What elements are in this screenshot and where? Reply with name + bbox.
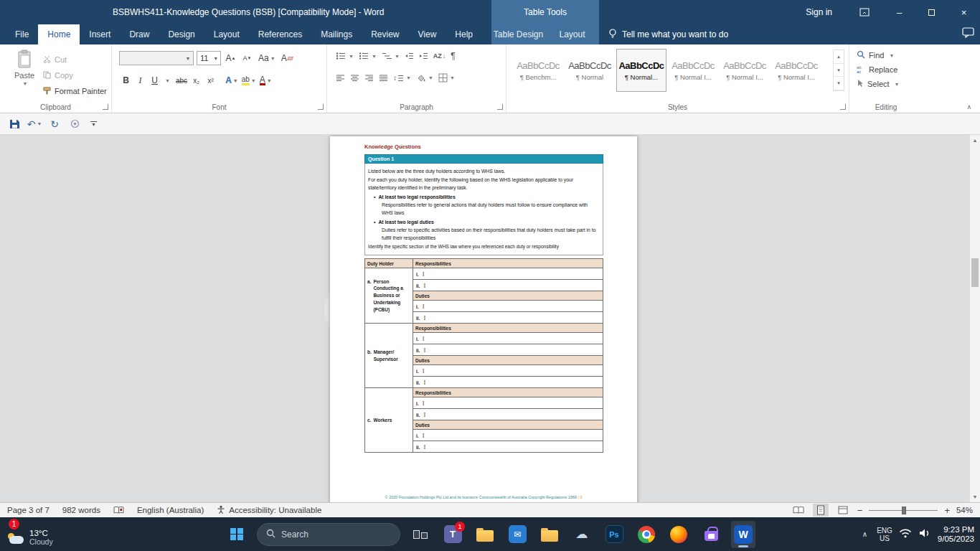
subscript-button[interactable]: x₂ xyxy=(189,73,203,88)
language-indicator[interactable]: English (Australia) xyxy=(137,506,204,514)
style-card-normal-indent-1[interactable]: AaBbCcDc ¶ Normal I... xyxy=(668,49,718,92)
align-left-icon[interactable] xyxy=(336,74,345,83)
style-card-normal-indent-3[interactable]: AaBbCcDc ¶ Normal I... xyxy=(771,49,821,92)
firefox-icon[interactable] xyxy=(666,521,691,548)
clipboard-dialog-launcher-icon[interactable] xyxy=(103,104,108,110)
style-card-normal[interactable]: AaBbCcDc ¶ Normal xyxy=(565,49,615,92)
start-button[interactable] xyxy=(225,521,249,548)
collapse-ribbon-icon[interactable]: ∧ xyxy=(966,103,971,110)
shading-icon[interactable]: ▼ xyxy=(416,74,433,83)
wifi-icon[interactable] xyxy=(899,528,912,540)
underline-dropdown-icon[interactable]: ▼ xyxy=(160,73,174,88)
style-card-benchmark[interactable]: AaBbCcDc ¶ Benchm... xyxy=(513,49,563,92)
ribbon-display-options-icon[interactable] xyxy=(858,6,871,18)
decrease-indent-icon[interactable] xyxy=(405,52,414,60)
zoom-in-button[interactable]: + xyxy=(944,505,950,516)
cut-button[interactable]: Cut xyxy=(43,52,107,67)
word-count[interactable]: 982 words xyxy=(62,506,100,514)
select-button[interactable]: Select▼ xyxy=(857,79,900,89)
styles-scroll-down-icon[interactable]: ▼ xyxy=(834,64,844,77)
align-right-icon[interactable] xyxy=(364,74,374,83)
bold-button[interactable]: B xyxy=(119,73,133,88)
zoom-slider-thumb[interactable] xyxy=(902,507,906,514)
grow-font-button[interactable]: A▲ xyxy=(224,51,237,65)
answer-field[interactable]: ii.I xyxy=(413,280,603,291)
font-dialog-launcher-icon[interactable] xyxy=(318,104,324,110)
line-spacing-icon[interactable]: ↕▼ xyxy=(393,74,411,83)
answer-field[interactable]: ii.I xyxy=(413,441,603,453)
tab-help[interactable]: Help xyxy=(446,24,482,44)
comments-icon[interactable] xyxy=(962,27,974,40)
web-layout-button[interactable] xyxy=(835,504,851,517)
show-hide-pilcrow-icon[interactable]: ¶ xyxy=(451,51,455,61)
text-highlight-button[interactable]: ab▼ xyxy=(240,73,258,88)
proofing-icon[interactable] xyxy=(113,506,124,514)
align-center-icon[interactable] xyxy=(350,74,359,83)
styles-gallery-scroll[interactable]: ▲ ▼ ▼ xyxy=(833,50,844,91)
tab-draw[interactable]: Draw xyxy=(120,24,159,44)
strikethrough-button[interactable]: abc xyxy=(174,73,189,88)
page-indicator[interactable]: Page 3 of 7 xyxy=(7,506,50,514)
chrome-icon[interactable] xyxy=(634,521,659,548)
style-card-normal-selected[interactable]: AaBbCcDc ¶ Normal... xyxy=(616,49,666,92)
find-button[interactable]: Find▼ xyxy=(857,50,900,60)
paste-dropdown-icon[interactable]: ▼ xyxy=(23,81,28,86)
format-painter-button[interactable]: Format Painter xyxy=(43,83,107,99)
zoom-level[interactable]: 54% xyxy=(956,506,973,514)
answer-field[interactable]: ii.I xyxy=(413,344,603,356)
paragraph-dialog-launcher-icon[interactable] xyxy=(497,104,503,110)
minimize-button[interactable]: – xyxy=(883,0,915,24)
save-button[interactable] xyxy=(6,116,23,133)
tab-table-design[interactable]: Table Design xyxy=(491,24,545,44)
answer-field[interactable]: i.I xyxy=(413,268,603,280)
bullets-icon[interactable]: ▼ xyxy=(336,52,354,60)
scroll-up-icon[interactable]: ▲ xyxy=(970,138,980,143)
shrink-font-button[interactable]: A▼ xyxy=(240,51,254,65)
tab-design[interactable]: Design xyxy=(159,24,204,44)
styles-scroll-up-icon[interactable]: ▲ xyxy=(834,50,844,64)
document-canvas[interactable]: Knowledge Questions Question 1 Listed be… xyxy=(0,135,980,502)
document-page[interactable]: Knowledge Questions Question 1 Listed be… xyxy=(330,136,637,502)
answer-field[interactable]: ii.I xyxy=(413,409,603,420)
answer-field[interactable]: i.I xyxy=(413,397,603,409)
tab-home[interactable]: Home xyxy=(38,24,80,44)
copy-button[interactable]: Copy xyxy=(43,67,107,83)
multilevel-list-icon[interactable]: ▼ xyxy=(382,52,400,60)
tab-review[interactable]: Review xyxy=(362,24,408,44)
change-case-button[interactable]: Aa▼ xyxy=(257,51,277,65)
replace-button[interactable]: abac Replace xyxy=(857,65,900,75)
scroll-down-icon[interactable]: ▼ xyxy=(970,494,980,499)
zoom-out-button[interactable]: − xyxy=(857,505,863,516)
answer-field[interactable]: i.I xyxy=(413,430,603,441)
tab-references[interactable]: References xyxy=(249,24,311,44)
borders-icon[interactable]: ▼ xyxy=(438,73,455,83)
onedrive-icon[interactable]: ☁ xyxy=(570,521,594,548)
tell-me-box[interactable]: Tell me what you want to do xyxy=(608,24,728,44)
clear-formatting-button[interactable]: A xyxy=(280,51,294,65)
tab-table-layout[interactable]: Layout xyxy=(545,24,599,44)
teams-icon[interactable]: T 1 xyxy=(440,521,465,548)
accessibility-status[interactable]: Accessibility: Unavailable xyxy=(217,505,321,516)
volume-icon[interactable] xyxy=(918,528,931,540)
mail-icon[interactable]: ✉ xyxy=(505,521,529,548)
tab-layout[interactable]: Layout xyxy=(204,24,249,44)
maximize-button[interactable] xyxy=(915,0,948,24)
font-name-combobox[interactable]: ▼ xyxy=(119,51,194,65)
answer-field[interactable]: i.I xyxy=(413,301,603,312)
task-view-icon[interactable] xyxy=(408,521,433,548)
tab-file[interactable]: File xyxy=(6,24,38,44)
answer-field[interactable]: i.I xyxy=(413,365,603,377)
answer-field[interactable]: ii.I xyxy=(413,312,603,324)
read-mode-button[interactable] xyxy=(791,504,806,517)
vertical-scrollbar[interactable]: ▲ ▼ xyxy=(969,135,980,502)
answer-field[interactable]: i.I xyxy=(413,333,603,344)
italic-button[interactable]: I xyxy=(133,73,147,88)
tab-view[interactable]: View xyxy=(409,24,446,44)
tab-insert[interactable]: Insert xyxy=(80,24,120,44)
word-taskbar-icon[interactable]: W xyxy=(731,521,755,548)
justify-icon[interactable] xyxy=(379,74,388,83)
styles-more-icon[interactable]: ▼ xyxy=(834,77,844,90)
paste-button[interactable]: Paste ▼ xyxy=(7,50,42,86)
print-layout-button[interactable] xyxy=(813,504,829,517)
store-bag-icon[interactable] xyxy=(699,521,723,548)
